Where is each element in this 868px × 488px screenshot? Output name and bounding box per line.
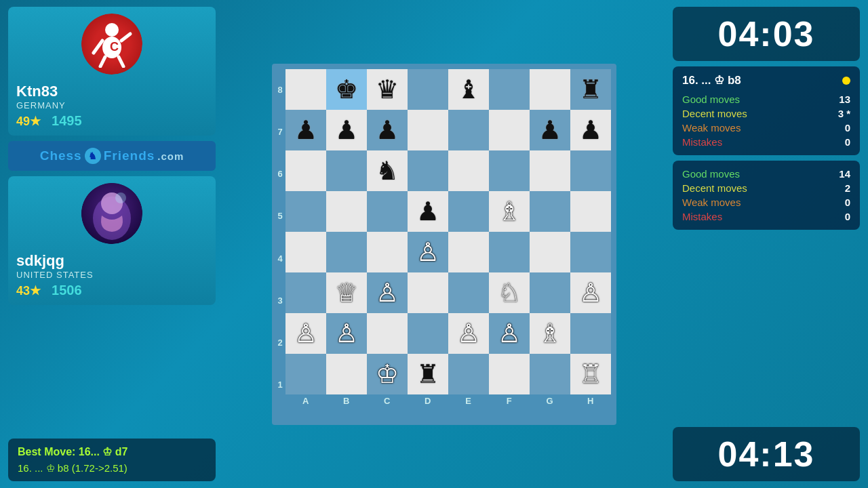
file-h: H xyxy=(570,396,611,406)
mistakes-label-top: Mistakes xyxy=(682,136,722,148)
cell-r8-c5[interactable] xyxy=(489,69,530,110)
player-card-bottom: sdkjqg UNITED STATES 43★ 1506 xyxy=(8,176,216,305)
cell-r4-c4[interactable] xyxy=(448,232,489,272)
cell-r4-c5[interactable] xyxy=(489,232,530,272)
cell-r7-c3[interactable] xyxy=(408,110,448,150)
weak-moves-label-top: Weak moves xyxy=(682,122,741,134)
cell-r4-c7[interactable] xyxy=(570,232,611,272)
cell-r6-c4[interactable] xyxy=(448,150,489,191)
cell-r1-c0[interactable] xyxy=(285,354,326,394)
cell-r6-c5[interactable] xyxy=(489,150,530,191)
move-stats-top: 16. ... ♔ b8 Good moves 13 Decent moves … xyxy=(673,66,860,155)
file-labels: A B C D E F G H xyxy=(285,396,611,406)
avatar-ktn-bg: C xyxy=(81,14,142,75)
cell-r6-c1[interactable] xyxy=(326,150,367,191)
rank-labels: 8 7 6 5 4 3 2 1 xyxy=(277,69,285,406)
cell-r8-c3[interactable] xyxy=(408,69,448,110)
logo-text-chess: Chess xyxy=(40,148,82,163)
file-b: B xyxy=(326,396,367,406)
cell-r5-c3[interactable]: ♟ xyxy=(408,191,448,232)
cell-r7-c0[interactable]: ♟ xyxy=(285,110,326,150)
cell-r5-c0[interactable] xyxy=(285,191,326,232)
cell-r4-c6[interactable] xyxy=(530,232,570,272)
cell-r2-c5[interactable]: ♙ xyxy=(489,313,530,354)
cell-r2-c3[interactable] xyxy=(408,313,448,354)
cell-r3-c3[interactable] xyxy=(408,272,448,313)
player-name-bottom: sdkjqg xyxy=(16,252,64,270)
cell-r1-c7[interactable]: ♖ xyxy=(570,354,611,394)
cell-r8-c4[interactable]: ♝ xyxy=(448,69,489,110)
cell-r7-c4[interactable] xyxy=(448,110,489,150)
cell-r8-c7[interactable]: ♜ xyxy=(570,69,611,110)
file-e: E xyxy=(448,396,489,406)
cell-r1-c3[interactable]: ♜ xyxy=(408,354,448,394)
cell-r3-c2[interactable]: ♙ xyxy=(367,272,408,313)
player-stats-bottom: 43★ 1506 xyxy=(16,283,82,298)
cell-r5-c4[interactable] xyxy=(448,191,489,232)
cell-r5-c7[interactable] xyxy=(570,191,611,232)
rank-2: 2 xyxy=(277,322,282,363)
cell-r1-c1[interactable] xyxy=(326,354,367,394)
chess-board[interactable]: ♚♛♝♜♟♟♟♟♟♞♟♗♙♕♙♘♙♙♙♙♙♗♔♜♖ xyxy=(285,69,611,394)
cell-r1-c6[interactable] xyxy=(530,354,570,394)
cell-r4-c1[interactable] xyxy=(326,232,367,272)
cell-r5-c2[interactable] xyxy=(367,191,408,232)
player-stats-top: 49★ 1495 xyxy=(16,113,82,129)
cell-r6-c3[interactable] xyxy=(408,150,448,191)
cell-r7-c7[interactable]: ♟ xyxy=(570,110,611,150)
cell-r8-c6[interactable] xyxy=(530,69,570,110)
cell-r2-c6[interactable]: ♗ xyxy=(530,313,570,354)
good-moves-label-top: Good moves xyxy=(682,94,740,105)
cell-r3-c1[interactable]: ♕ xyxy=(326,272,367,313)
avatar-top: C xyxy=(81,14,142,75)
cell-r2-c4[interactable]: ♙ xyxy=(448,313,489,354)
mistakes-val-bottom: 0 xyxy=(834,211,850,222)
file-a: A xyxy=(285,396,326,406)
timer-top: 04:03 xyxy=(673,7,860,61)
cell-r6-c6[interactable] xyxy=(530,150,570,191)
cell-r4-c2[interactable] xyxy=(367,232,408,272)
stat-row-decent-top: Decent moves 3 * xyxy=(682,107,850,120)
cell-r7-c6[interactable]: ♟ xyxy=(530,110,570,150)
file-d: D xyxy=(408,396,448,406)
cell-r5-c1[interactable] xyxy=(326,191,367,232)
move-notation-top: 16. ... ♔ b8 xyxy=(682,73,741,87)
cell-r3-c0[interactable] xyxy=(285,272,326,313)
cell-r1-c4[interactable] xyxy=(448,354,489,394)
board-with-ranks: 8 7 6 5 4 3 2 1 ♚♛♝♜♟♟♟♟♟♞♟♗♙♕♙♘♙♙♙♙♙♗♔♜… xyxy=(277,69,610,406)
center-panel: 8 7 6 5 4 3 2 1 ♚♛♝♜♟♟♟♟♟♞♟♗♙♕♙♘♙♙♙♙♙♗♔♜… xyxy=(224,0,665,488)
cell-r1-c5[interactable] xyxy=(489,354,530,394)
cell-r2-c1[interactable]: ♙ xyxy=(326,313,367,354)
cell-r7-c1[interactable]: ♟ xyxy=(326,110,367,150)
star-rating-top: 49★ xyxy=(16,114,41,129)
good-moves-val-top: 13 xyxy=(834,94,850,105)
cell-r6-c0[interactable] xyxy=(285,150,326,191)
cell-r3-c6[interactable] xyxy=(530,272,570,313)
cell-r8-c2[interactable]: ♛ xyxy=(367,69,408,110)
svg-line-2 xyxy=(94,41,102,53)
cell-r5-c6[interactable] xyxy=(530,191,570,232)
svg-text:C: C xyxy=(110,40,119,54)
rank-1: 1 xyxy=(277,364,282,405)
cell-r8-c1[interactable]: ♚ xyxy=(326,69,367,110)
cell-r7-c2[interactable]: ♟ xyxy=(367,110,408,150)
cell-r2-c0[interactable]: ♙ xyxy=(285,313,326,354)
cell-r2-c7[interactable] xyxy=(570,313,611,354)
cell-r7-c5[interactable] xyxy=(489,110,530,150)
decent-moves-label-top: Decent moves xyxy=(682,108,747,119)
cell-r2-c2[interactable] xyxy=(367,313,408,354)
cell-r6-c2[interactable]: ♞ xyxy=(367,150,408,191)
cell-r3-c7[interactable]: ♙ xyxy=(570,272,611,313)
knight-icon: ♞ xyxy=(85,148,101,164)
cell-r6-c7[interactable] xyxy=(570,150,611,191)
cell-r8-c0[interactable] xyxy=(285,69,326,110)
player-figure-icon-2 xyxy=(81,183,142,244)
cell-r3-c4[interactable] xyxy=(448,272,489,313)
player-figure-icon: C xyxy=(88,20,136,68)
cell-r3-c5[interactable]: ♘ xyxy=(489,272,530,313)
cell-r5-c5[interactable]: ♗ xyxy=(489,191,530,232)
cell-r4-c0[interactable] xyxy=(285,232,326,272)
cell-r1-c2[interactable]: ♔ xyxy=(367,354,408,394)
chessfriends-banner[interactable]: Chess ♞ Friends .com xyxy=(8,141,216,171)
cell-r4-c3[interactable]: ♙ xyxy=(408,232,448,272)
